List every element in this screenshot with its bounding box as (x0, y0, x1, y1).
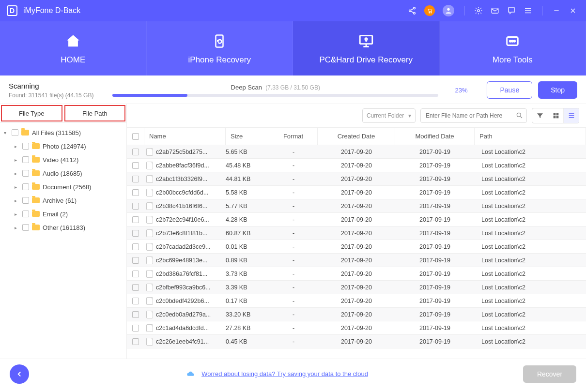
row-checkbox[interactable] (132, 311, 139, 318)
checkbox[interactable] (22, 197, 29, 204)
col-format[interactable]: Format (269, 128, 318, 145)
table-row[interactable]: c2ab725c5bd275...5.65 KB-2017-09-202017-… (127, 145, 586, 159)
cell-created: 2017-09-20 (318, 216, 395, 223)
tree-video[interactable]: ▸Video (4112) (0, 153, 126, 166)
feedback-icon[interactable] (507, 6, 516, 15)
col-size[interactable]: Size (226, 128, 269, 145)
cell-name: c2b00bcc9cfdd6d... (156, 189, 208, 196)
row-checkbox[interactable] (132, 338, 139, 345)
chevron-down-icon[interactable]: ▾ (4, 130, 9, 136)
cell-path: Lost Location\c2 (475, 325, 586, 332)
search-icon[interactable] (515, 111, 523, 121)
row-checkbox[interactable] (132, 325, 139, 332)
account-icon[interactable] (443, 5, 454, 16)
tree-other[interactable]: ▸Other (161183) (0, 221, 126, 234)
filter-button[interactable] (532, 108, 548, 123)
table-row[interactable]: c2bd386a76fcf81...3.73 KB-2017-09-202017… (127, 267, 586, 281)
table-row[interactable]: c2bc699e48913e...0.89 KB-2017-09-202017-… (127, 254, 586, 267)
grid-view-button[interactable] (548, 108, 563, 123)
share-icon[interactable] (408, 6, 416, 15)
checkbox[interactable] (22, 224, 29, 231)
cell-name: c2b73e6c8f1f81b... (156, 230, 207, 237)
table-row[interactable]: c2b72e2c94f10e6...4.28 KB-2017-09-202017… (127, 213, 586, 226)
chevron-right-icon[interactable]: ▸ (15, 211, 19, 217)
tree-label: All Files (311585) (32, 129, 81, 136)
row-checkbox[interactable] (132, 271, 139, 277)
chevron-right-icon[interactable]: ▸ (15, 171, 19, 176)
row-checkbox[interactable] (132, 216, 139, 223)
stop-button[interactable]: Stop (538, 81, 577, 99)
tree-archive[interactable]: ▸Archive (61) (0, 194, 126, 207)
cell-name: c2bfbef993ca9bc6... (156, 284, 211, 291)
chevron-right-icon[interactable]: ▸ (15, 225, 19, 230)
nav-home-label: HOME (61, 55, 85, 65)
col-modified[interactable]: Modified Date (395, 128, 475, 145)
nav-home[interactable]: HOME (0, 21, 147, 75)
row-checkbox[interactable] (132, 162, 139, 169)
table-row[interactable]: c2c0edb0a9d279a...33.20 KB-2017-09-20201… (127, 308, 586, 321)
tree-all-files[interactable]: ▾All Files (311585) (0, 126, 126, 139)
back-button[interactable] (10, 364, 29, 384)
chevron-right-icon[interactable]: ▸ (15, 157, 19, 163)
checkbox[interactable] (22, 183, 29, 190)
table-row[interactable]: c2b38c41b16f6f6...5.77 KB-2017-09-202017… (127, 199, 586, 213)
search-input[interactable] (420, 108, 527, 123)
mail-icon[interactable] (491, 6, 499, 15)
tree-document[interactable]: ▸Document (2568) (0, 180, 126, 194)
row-checkbox[interactable] (132, 203, 139, 210)
table-row[interactable]: c2c1ad4da6dcdfd...27.28 KB-2017-09-20201… (127, 321, 586, 335)
row-checkbox[interactable] (132, 149, 139, 155)
checkbox[interactable] (22, 156, 29, 163)
tab-file-path[interactable]: File Path (64, 105, 126, 121)
nav-pc-recovery[interactable]: PC&Hard Drive Recovery (293, 21, 440, 75)
scan-percent: 23% (455, 87, 475, 94)
table-row[interactable]: c2abc1f3b3326f9...44.81 KB-2017-09-20201… (127, 172, 586, 186)
table-row[interactable]: c2c26e1eeb4fc91...0.45 KB-2017-09-202017… (127, 335, 586, 348)
tree-photo[interactable]: ▸Photo (124974) (0, 139, 126, 153)
folder-icon (32, 170, 40, 176)
nav-more-tools[interactable]: More Tools (440, 21, 586, 75)
recover-button[interactable]: Recover (523, 365, 576, 383)
row-checkbox[interactable] (132, 298, 139, 304)
row-checkbox[interactable] (132, 284, 139, 291)
chevron-right-icon[interactable]: ▸ (15, 144, 19, 149)
row-checkbox[interactable] (132, 257, 139, 264)
row-checkbox[interactable] (132, 243, 139, 250)
table-row[interactable]: c2b00bcc9cfdd6d...5.58 KB-2017-09-202017… (127, 186, 586, 199)
checkbox[interactable] (22, 170, 29, 177)
cart-icon[interactable] (424, 5, 435, 16)
cell-format: - (269, 257, 318, 264)
pause-button[interactable]: Pause (487, 81, 532, 99)
chevron-right-icon[interactable]: ▸ (15, 198, 19, 203)
svg-point-6 (431, 12, 432, 13)
checkbox[interactable] (22, 211, 29, 217)
table-row[interactable]: c2bfbef993ca9bc6...3.39 KB-2017-09-20201… (127, 281, 586, 294)
settings-icon[interactable] (474, 6, 483, 15)
tree-audio[interactable]: ▸Audio (18685) (0, 166, 126, 180)
menu-icon[interactable] (524, 6, 532, 15)
minimize-icon[interactable] (552, 6, 561, 15)
close-icon[interactable] (569, 6, 577, 15)
table-row[interactable]: c2c0bdedf4292b6...0.17 KB-2017-09-202017… (127, 294, 586, 308)
tree-email[interactable]: ▸Email (2) (0, 207, 126, 221)
nav-iphone-recovery[interactable]: iPhone Recovery (147, 21, 293, 75)
select-all-checkbox[interactable] (132, 133, 139, 140)
folder-icon (32, 197, 40, 203)
tab-file-type[interactable]: File Type (1, 105, 62, 121)
list-view-button[interactable] (563, 108, 579, 123)
row-checkbox[interactable] (132, 230, 139, 237)
folder-scope-dropdown[interactable]: Current Folder ▾ (362, 108, 416, 123)
checkbox[interactable] (12, 129, 18, 136)
row-checkbox[interactable] (132, 189, 139, 196)
row-checkbox[interactable] (132, 176, 139, 182)
col-name[interactable]: Name (144, 128, 226, 145)
checkbox[interactable] (22, 143, 29, 150)
table-row[interactable]: c2abbe8facf36f9d...45.48 KB-2017-09-2020… (127, 159, 586, 172)
table-row[interactable]: c2b73e6c8f1f81b...60.87 KB-2017-09-20201… (127, 226, 586, 240)
cell-name: c2c0edb0a9d279a... (156, 311, 211, 318)
chevron-right-icon[interactable]: ▸ (15, 184, 19, 190)
col-path[interactable]: Path (475, 128, 586, 145)
cloud-save-link[interactable]: Worred about losing data? Try saving you… (201, 370, 368, 377)
col-created[interactable]: Created Date (318, 128, 395, 145)
table-row[interactable]: c2b7cadad2d3ce9...0.01 KB-2017-09-202017… (127, 240, 586, 254)
